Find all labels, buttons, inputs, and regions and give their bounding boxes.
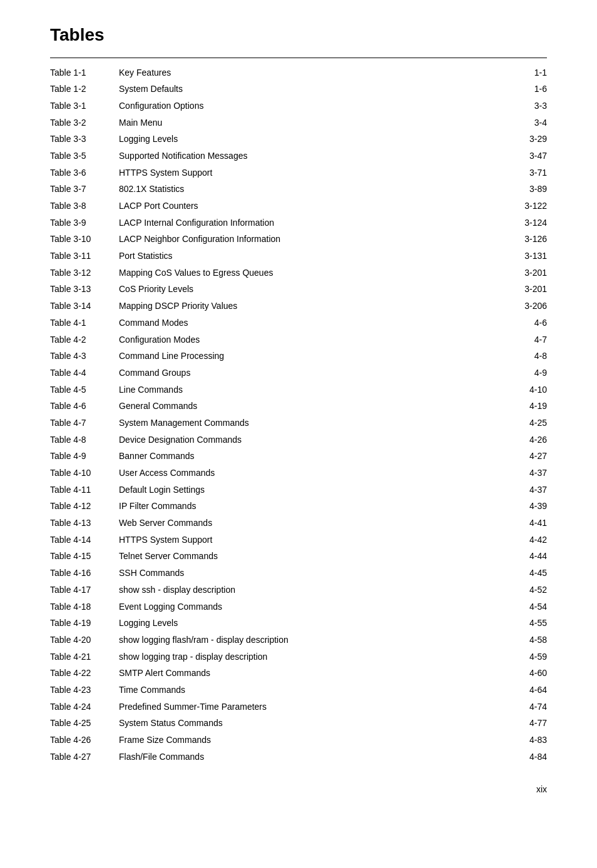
entry-title: Supported Notification Messages [119, 148, 497, 164]
entry-title: Predefined Summer-Time Parameters [119, 699, 497, 715]
entry-title: Configuration Modes [119, 331, 497, 348]
entry-title: Flash/File Commands [119, 749, 497, 765]
table-row: Table 4-13Web Server Commands4-41 [50, 515, 547, 532]
entry-title: User Access Commands [119, 465, 497, 482]
table-row: Table 1-2System Defaults1-6 [50, 81, 547, 98]
table-row: Table 4-18Event Logging Commands4-54 [50, 598, 547, 615]
table-row: Table 4-12IP Filter Commands4-39 [50, 498, 547, 515]
entry-page: 4-77 [497, 715, 547, 732]
entry-title: Line Commands [119, 381, 497, 398]
table-row: Table 3-9LACP Internal Configuration Inf… [50, 214, 547, 231]
entry-page: 4-74 [497, 699, 547, 715]
entry-number: Table 4-5 [50, 381, 119, 398]
table-row: Table 4-23Time Commands4-64 [50, 682, 547, 699]
entry-number: Table 3-9 [50, 214, 119, 231]
table-row: Table 4-6General Commands4-19 [50, 398, 547, 415]
page-footer: xix [50, 784, 547, 794]
entry-number: Table 4-14 [50, 532, 119, 548]
table-row: Table 4-9Banner Commands4-27 [50, 448, 547, 465]
table-row: Table 4-19Logging Levels4-55 [50, 615, 547, 632]
entry-page: 4-41 [497, 515, 547, 532]
table-row: Table 3-10LACP Neighbor Configuration In… [50, 231, 547, 248]
entry-page: 4-26 [497, 431, 547, 448]
entry-page: 4-8 [497, 348, 547, 365]
entry-number: Table 3-13 [50, 281, 119, 298]
entry-page: 4-10 [497, 381, 547, 398]
entry-number: Table 3-6 [50, 164, 119, 181]
entry-page: 3-47 [497, 148, 547, 164]
entry-title: Frame Size Commands [119, 732, 497, 749]
entry-title: Logging Levels [119, 131, 497, 148]
table-row: Table 4-5Line Commands4-10 [50, 381, 547, 398]
entry-page: 4-19 [497, 398, 547, 415]
entry-number: Table 3-14 [50, 298, 119, 315]
table-row: Table 3-11Port Statistics3-131 [50, 248, 547, 265]
entry-page: 4-6 [497, 315, 547, 331]
entry-page: 4-37 [497, 482, 547, 498]
entry-title: 802.1X Statistics [119, 181, 497, 198]
entry-page: 4-55 [497, 615, 547, 632]
entry-title: Default Login Settings [119, 482, 497, 498]
entry-title: Command Modes [119, 315, 497, 331]
entry-title: LACP Internal Configuration Information [119, 214, 497, 231]
entry-title: Telnet Server Commands [119, 548, 497, 565]
entry-number: Table 4-13 [50, 515, 119, 532]
entry-number: Table 4-3 [50, 348, 119, 365]
table-row: Table 4-16SSH Commands4-45 [50, 565, 547, 582]
entry-title: SSH Commands [119, 565, 497, 582]
entry-page: 3-124 [497, 214, 547, 231]
entry-number: Table 3-10 [50, 231, 119, 248]
entry-number: Table 4-21 [50, 648, 119, 665]
table-row: Table 4-27Flash/File Commands4-84 [50, 749, 547, 765]
table-row: Table 4-20show logging flash/ram - displ… [50, 632, 547, 648]
entry-number: Table 4-17 [50, 582, 119, 598]
entry-page: 3-122 [497, 198, 547, 215]
entry-number: Table 3-7 [50, 181, 119, 198]
entry-page: 4-27 [497, 448, 547, 465]
table-row: Table 3-6HTTPS System Support3-71 [50, 164, 547, 181]
entry-number: Table 4-15 [50, 548, 119, 565]
entry-number: Table 4-18 [50, 598, 119, 615]
entry-number: Table 3-3 [50, 131, 119, 148]
entry-title: HTTPS System Support [119, 164, 497, 181]
entry-page: 4-25 [497, 415, 547, 431]
table-row: Table 4-25System Status Commands4-77 [50, 715, 547, 732]
entry-page: 3-131 [497, 248, 547, 265]
entry-title: Command Line Processing [119, 348, 497, 365]
entry-title: LACP Port Counters [119, 198, 497, 215]
entry-page: 4-42 [497, 532, 547, 548]
entry-title: HTTPS System Support [119, 532, 497, 548]
table-row: Table 4-4Command Groups4-9 [50, 365, 547, 381]
entry-number: Table 4-16 [50, 565, 119, 582]
entry-title: Configuration Options [119, 98, 497, 114]
table-row: Table 4-2Configuration Modes4-7 [50, 331, 547, 348]
entry-page: 4-60 [497, 665, 547, 682]
entry-title: Device Designation Commands [119, 431, 497, 448]
entry-title: Web Server Commands [119, 515, 497, 532]
entry-number: Table 4-7 [50, 415, 119, 431]
entry-number: Table 4-2 [50, 331, 119, 348]
entry-title: LACP Neighbor Configuration Information [119, 231, 497, 248]
entry-number: Table 4-9 [50, 448, 119, 465]
entry-number: Table 1-1 [50, 64, 119, 81]
entry-title: System Defaults [119, 81, 497, 98]
table-row: Table 4-15Telnet Server Commands4-44 [50, 548, 547, 565]
table-row: Table 4-14HTTPS System Support4-42 [50, 532, 547, 548]
entry-title: Main Menu [119, 114, 497, 131]
table-row: Table 3-1Configuration Options3-3 [50, 98, 547, 114]
table-row: Table 3-8LACP Port Counters3-122 [50, 198, 547, 215]
entry-page: 4-54 [497, 598, 547, 615]
entry-page: 3-3 [497, 98, 547, 114]
entry-title: Command Groups [119, 365, 497, 381]
table-row: Table 3-3Logging Levels3-29 [50, 131, 547, 148]
table-row: Table 4-11Default Login Settings4-37 [50, 482, 547, 498]
entry-title: System Management Commands [119, 415, 497, 431]
table-row: Table 4-7System Management Commands4-25 [50, 415, 547, 431]
entry-title: Banner Commands [119, 448, 497, 465]
entry-page: 1-1 [497, 64, 547, 81]
entry-title: show ssh - display description [119, 582, 497, 598]
entry-number: Table 4-27 [50, 749, 119, 765]
entry-number: Table 4-26 [50, 732, 119, 749]
table-row: Table 4-21show logging trap - display de… [50, 648, 547, 665]
entry-number: Table 4-24 [50, 699, 119, 715]
